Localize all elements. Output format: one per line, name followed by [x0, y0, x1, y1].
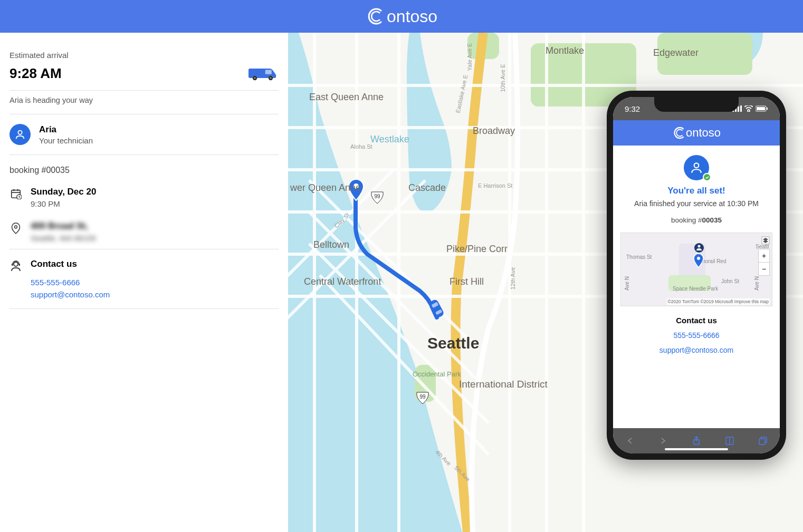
location-pin-icon — [11, 222, 21, 235]
svg-point-49 — [697, 257, 700, 260]
phone-booking-number: booking #00035 — [620, 216, 772, 224]
map-street-label: E Harrison St — [478, 182, 512, 189]
mini-map-destination-pin-icon — [693, 253, 704, 268]
booking-number: booking #00035 — [9, 155, 279, 180]
mini-map-label: Thomas St — [626, 254, 652, 260]
home-indicator — [665, 448, 728, 450]
zoom-in-button[interactable]: + — [759, 249, 769, 263]
contoso-c-icon — [672, 126, 686, 140]
booking-date-row: Sunday, Dec 20 9:30 PM — [9, 180, 279, 215]
check-badge-icon — [703, 173, 711, 181]
map-street-label: Aloha St — [350, 143, 372, 150]
map-label: Belltown — [313, 239, 349, 250]
svg-point-2 — [254, 77, 256, 79]
phone-notch — [654, 97, 739, 112]
map-street-label: 10th Ave E — [500, 64, 506, 92]
confirmation-title: You're all set! — [620, 186, 772, 196]
tracking-map[interactable]: 99 99 Montlake Edgewater East Queen Anne… — [288, 33, 803, 532]
contact-email-link[interactable]: support@contoso.com — [31, 290, 279, 299]
map-label: Pike/Pine Corr — [446, 244, 508, 255]
map-label: Montlake — [546, 45, 584, 56]
contact-section: Contact us 555-555-6666 support@contoso.… — [9, 249, 279, 309]
svg-rect-0 — [265, 70, 272, 74]
contact-title: Contact us — [31, 259, 77, 269]
phone-contact-phone-link[interactable]: 555-555-6666 — [620, 331, 772, 340]
map-label: Broadway — [473, 125, 515, 137]
map-park-label: Occidental Park — [413, 370, 461, 378]
tracking-sidebar: Estimated arrival 9:28 AM Aria is headin… — [0, 33, 288, 532]
address-line1: 400 Broad St, — [31, 221, 96, 231]
highway-99-shield-icon: 99 — [416, 391, 429, 405]
phone-contact-email-link[interactable]: support@contoso.com — [620, 346, 772, 354]
contact-phone-link[interactable]: 555-555-6666 — [31, 278, 279, 287]
statusbar-time: 9:32 — [625, 104, 640, 113]
svg-rect-42 — [740, 105, 742, 112]
svg-text:99: 99 — [374, 194, 380, 199]
mini-map-label: Space Needle Park — [673, 286, 718, 292]
app-header: ontoso — [0, 0, 803, 33]
map-label: International District — [459, 379, 548, 390]
phone-mini-map[interactable]: Thomas St John St Space Needle Park Mono… — [620, 233, 772, 306]
nav-share-button[interactable] — [691, 435, 702, 447]
map-street-label: Yale Ave E — [466, 43, 473, 71]
map-label: Westlake — [370, 134, 409, 145]
phone-technician-avatar — [684, 155, 709, 180]
mini-map-label: Ave N — [624, 276, 630, 291]
contoso-c-icon — [366, 7, 385, 26]
svg-rect-45 — [767, 108, 768, 110]
technician-avatar — [9, 124, 31, 145]
person-icon — [690, 161, 703, 175]
mini-map-technician-pin-icon — [694, 243, 704, 253]
map-label: Edgewater — [653, 47, 699, 59]
svg-text:99: 99 — [419, 394, 426, 400]
nav-forward-button[interactable] — [657, 435, 669, 447]
headset-icon — [9, 260, 22, 273]
booking-time: 9:30 PM — [31, 199, 96, 208]
wifi-icon — [744, 105, 753, 112]
battery-icon — [756, 105, 768, 112]
map-attribution: ©2020 TomTom ©2019 Microsoft Improve thi… — [667, 298, 770, 305]
map-label: Central Waterfront — [304, 276, 381, 287]
map-street-label: 12th Ave — [510, 267, 516, 290]
highway-99-shield-icon: 99 — [370, 191, 384, 205]
zoom-out-button[interactable]: − — [759, 263, 769, 275]
svg-point-11 — [15, 226, 17, 228]
svg-point-4 — [270, 77, 272, 79]
phone-contact-title: Contact us — [620, 316, 772, 325]
person-icon — [14, 129, 26, 140]
svg-point-46 — [694, 163, 699, 168]
technician-name: Aria — [39, 124, 93, 135]
phone-brand-text: ontoso — [686, 126, 721, 140]
svg-rect-41 — [738, 107, 739, 112]
map-city-label: Seattle — [427, 334, 479, 352]
contoso-logo: ontoso — [366, 7, 437, 26]
eta-time: 9:28 AM — [9, 65, 62, 82]
map-label: Cascade — [408, 182, 446, 194]
technician-role: Your technician — [39, 136, 93, 145]
mini-map-label: John St — [721, 278, 739, 284]
phone-body: You're all set! Aria finished your servi… — [613, 146, 780, 428]
booking-address-row: 400 Broad St, Seattle, WA 98109 — [9, 215, 279, 249]
svg-rect-14 — [19, 264, 21, 266]
mini-map-label: Ave N — [754, 276, 760, 291]
technician-row: Aria Your technician — [9, 114, 279, 155]
van-icon — [247, 64, 279, 83]
map-label: wer Queen Anne — [290, 182, 361, 194]
mini-map-zoom: + − — [758, 249, 770, 276]
confirmation-subtitle: Aria finished your service at 10:30 PM — [620, 199, 772, 208]
svg-point-47 — [694, 243, 704, 253]
address-line2: Seattle, WA 98109 — [31, 234, 96, 243]
vehicle-current-location-icon — [428, 297, 445, 320]
svg-point-5 — [18, 131, 22, 134]
svg-point-48 — [698, 245, 701, 248]
svg-rect-34 — [429, 298, 445, 318]
nav-tabs-button[interactable] — [757, 435, 769, 447]
mini-map-layers-icon[interactable] — [761, 236, 770, 245]
nav-bookmarks-button[interactable] — [724, 435, 735, 447]
svg-rect-53 — [759, 439, 765, 444]
nav-back-button[interactable] — [624, 435, 636, 447]
brand-text: ontoso — [387, 7, 437, 26]
booking-date: Sunday, Dec 20 — [31, 187, 96, 197]
svg-point-12 — [14, 262, 18, 266]
map-label: First Hill — [450, 276, 484, 287]
